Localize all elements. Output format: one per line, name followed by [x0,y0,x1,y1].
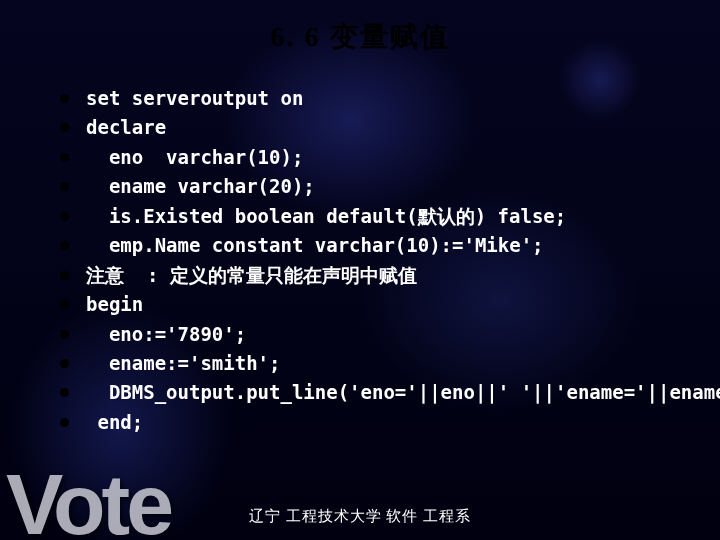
list-item: eno:='7890'; [86,320,690,349]
list-item: ename varchar(20); [86,172,690,201]
slide-container: 6. 6 变量赋值 set serveroutput on declare en… [0,0,720,540]
code-list: set serveroutput on declare eno varchar(… [30,84,690,437]
list-item: begin [86,290,690,319]
list-item: eno varchar(10); [86,143,690,172]
list-item: emp.Name constant varchar(10):='Mike'; [86,231,690,260]
slide-title: 6. 6 变量赋值 [30,18,690,56]
list-item: end; [86,408,690,437]
list-item: is.Existed boolean default(默认的) false; [86,202,690,231]
list-item: declare [86,113,690,142]
list-item: DBMS_output.put_line('eno='||eno||' '||'… [86,378,690,407]
list-item: 注意 : 定义的常量只能在声明中赋值 [86,261,690,290]
slide-footer: 辽宁 工程技术大学 软件 工程系 [0,507,720,526]
list-item: set serveroutput on [86,84,690,113]
list-item: ename:='smith'; [86,349,690,378]
